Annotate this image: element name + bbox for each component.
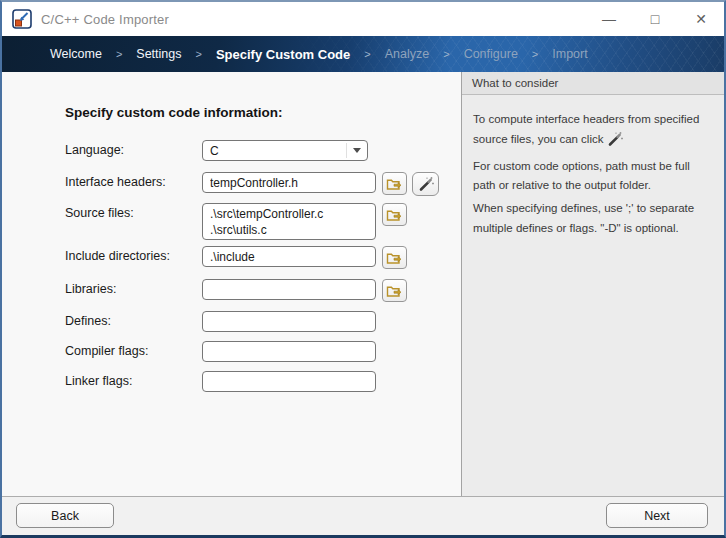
minimize-button[interactable]: — — [586, 2, 632, 36]
help-panel-body: To compute interface headers from specif… — [462, 95, 724, 242]
chevron-separator: > — [443, 48, 449, 60]
libraries-row: Libraries: — [65, 279, 407, 302]
include-directories-row: Include directories: — [65, 246, 407, 269]
back-button[interactable]: Back — [16, 503, 114, 528]
magic-wand-icon — [418, 176, 434, 192]
autodetect-headers-button[interactable] — [412, 172, 439, 196]
form-panel: Specify custom code information: Languag… — [2, 72, 462, 496]
title-bar: C/C++ Code Importer — □ ✕ — [2, 2, 724, 36]
libraries-input[interactable] — [202, 279, 376, 300]
linker-flags-label: Linker flags: — [65, 371, 202, 388]
defines-label: Defines: — [65, 311, 202, 328]
help-paragraph-2: For custom code options, path must be fu… — [473, 157, 714, 197]
chevron-separator: > — [195, 48, 201, 60]
step-configure: Configure — [464, 47, 518, 61]
help-paragraph-3: When specifying defines, use ';' to sepa… — [473, 199, 714, 239]
step-specify-custom-code[interactable]: Specify Custom Code — [216, 47, 350, 62]
step-settings[interactable]: Settings — [136, 47, 181, 61]
folder-plus-icon — [386, 284, 403, 298]
language-row: Language: C — [65, 140, 368, 161]
content-area: Specify custom code information: Languag… — [2, 72, 724, 496]
language-label: Language: — [65, 140, 202, 157]
folder-plus-icon — [386, 177, 403, 191]
window-title: C/C++ Code Importer — [41, 12, 586, 27]
defines-input[interactable] — [202, 311, 376, 332]
interface-headers-browse-button[interactable] — [382, 172, 407, 195]
compiler-flags-label: Compiler flags: — [65, 341, 202, 358]
chevron-down-icon — [353, 148, 361, 153]
include-directories-label: Include directories: — [65, 246, 202, 263]
chevron-separator: > — [116, 48, 122, 60]
chevron-separator: > — [532, 48, 538, 60]
dropdown-arrow-zone[interactable] — [346, 143, 367, 158]
chevron-separator: > — [364, 48, 370, 60]
source-files-input[interactable]: .\src\tempController.c .\src\utils.c — [202, 203, 376, 240]
step-import: Import — [552, 47, 587, 61]
folder-plus-icon — [386, 251, 403, 265]
help-panel-title: What to consider — [462, 72, 724, 95]
source-files-browse-button[interactable] — [382, 203, 407, 226]
magic-wand-icon — [607, 131, 623, 147]
language-value: C — [203, 144, 346, 158]
compiler-flags-input[interactable] — [202, 341, 376, 362]
linker-flags-input[interactable] — [202, 371, 376, 392]
next-button[interactable]: Next — [606, 503, 708, 528]
source-files-label: Source files: — [65, 203, 202, 220]
code-importer-window: C/C++ Code Importer — □ ✕ Welcome > Sett… — [0, 0, 726, 538]
maximize-button[interactable]: □ — [632, 2, 678, 36]
libraries-browse-button[interactable] — [382, 279, 407, 302]
language-dropdown[interactable]: C — [202, 140, 368, 161]
interface-headers-input[interactable] — [202, 172, 376, 193]
step-welcome[interactable]: Welcome — [50, 47, 102, 61]
simulink-model-icon — [12, 9, 32, 29]
libraries-label: Libraries: — [65, 279, 202, 296]
close-button[interactable]: ✕ — [678, 2, 724, 36]
defines-row: Defines: — [65, 311, 376, 332]
window-controls: — □ ✕ — [586, 2, 724, 36]
help-panel: What to consider To compute interface he… — [462, 72, 724, 496]
wizard-breadcrumb: Welcome > Settings > Specify Custom Code… — [2, 36, 724, 72]
interface-headers-label: Interface headers: — [65, 172, 202, 189]
step-analyze: Analyze — [385, 47, 429, 61]
interface-headers-row: Interface headers: — [65, 172, 439, 196]
linker-flags-row: Linker flags: — [65, 371, 376, 392]
compiler-flags-row: Compiler flags: — [65, 341, 376, 362]
form-heading: Specify custom code information: — [65, 105, 283, 120]
include-directories-browse-button[interactable] — [382, 246, 407, 269]
include-directories-input[interactable] — [202, 246, 376, 267]
help-paragraph-1: To compute interface headers from specif… — [473, 110, 714, 150]
folder-plus-icon — [386, 208, 403, 222]
source-files-row: Source files: .\src\tempController.c .\s… — [65, 203, 407, 240]
footer-bar: Back Next — [2, 496, 724, 535]
